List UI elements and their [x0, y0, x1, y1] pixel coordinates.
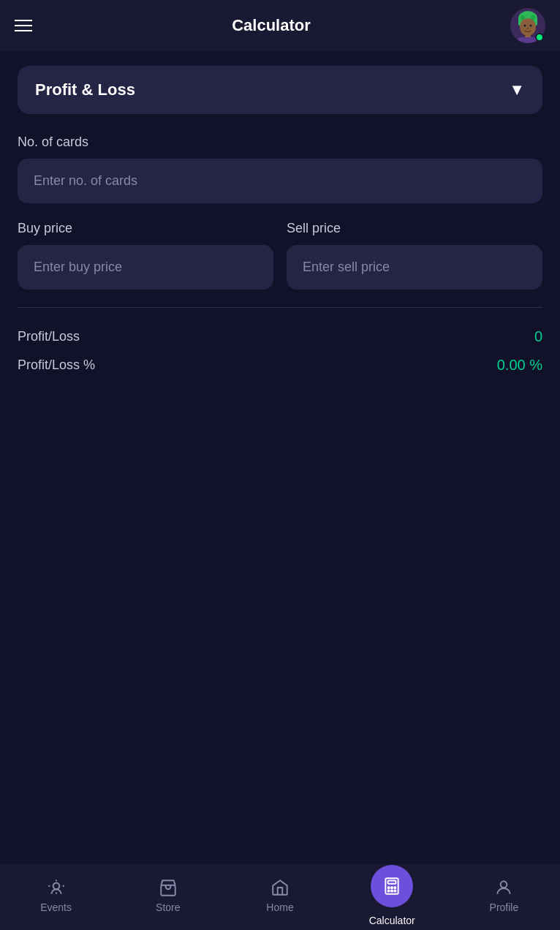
home-label: Home: [266, 901, 293, 913]
divider: [18, 307, 542, 308]
sell-price-col: Sell price: [287, 221, 542, 290]
bottom-nav: Events Store Home: [0, 864, 560, 930]
header: Calculator: [0, 0, 560, 51]
avatar-container[interactable]: [510, 8, 545, 43]
events-label: Events: [40, 901, 72, 913]
svg-point-5: [520, 18, 536, 36]
svg-point-19: [391, 890, 393, 891]
no-of-cards-section: No. of cards: [18, 135, 542, 203]
profit-loss-pct-row: Profit/Loss % 0.00 %: [18, 351, 542, 379]
no-of-cards-input[interactable]: [18, 159, 542, 203]
dropdown-label: Profit & Loss: [35, 80, 135, 99]
price-row: Buy price Sell price: [18, 221, 542, 290]
svg-point-8: [527, 28, 529, 29]
home-icon: [270, 878, 290, 897]
svg-point-6: [524, 25, 526, 27]
profile-icon: [494, 878, 513, 897]
profit-loss-dropdown[interactable]: Profit & Loss ▼: [18, 66, 542, 114]
nav-calculator[interactable]: Calculator: [336, 865, 448, 926]
profit-loss-value: 0: [534, 328, 542, 345]
svg-point-21: [501, 881, 507, 888]
calculator-label: Calculator: [369, 915, 415, 926]
buy-price-input[interactable]: [18, 245, 273, 290]
profit-loss-row: Profit/Loss 0: [18, 322, 542, 351]
svg-rect-14: [388, 880, 396, 883]
nav-home[interactable]: Home: [224, 878, 336, 913]
hamburger-menu-button[interactable]: [15, 20, 32, 31]
profile-label: Profile: [490, 901, 519, 913]
calculator-icon: [382, 877, 401, 896]
svg-point-20: [394, 890, 396, 891]
svg-point-11: [53, 883, 59, 890]
main-content: Profit & Loss ▼ No. of cards Buy price S…: [0, 51, 560, 453]
sell-price-input[interactable]: [287, 245, 542, 290]
events-icon: [47, 878, 66, 897]
profit-loss-label: Profit/Loss: [18, 329, 80, 344]
svg-point-18: [388, 890, 390, 891]
buy-price-col: Buy price: [18, 221, 273, 290]
svg-point-15: [388, 887, 390, 888]
calculator-circle: [371, 865, 413, 907]
online-status-dot: [535, 33, 544, 42]
svg-rect-12: [161, 885, 175, 896]
buy-price-label: Buy price: [18, 221, 273, 236]
page-title: Calculator: [232, 16, 311, 35]
store-icon: [159, 878, 178, 897]
profit-loss-pct-label: Profit/Loss %: [18, 358, 95, 373]
nav-events[interactable]: Events: [0, 878, 112, 913]
chevron-down-icon: ▼: [509, 80, 525, 99]
store-label: Store: [156, 901, 180, 913]
sell-price-label: Sell price: [287, 221, 542, 236]
profit-loss-pct-value: 0.00 %: [497, 357, 542, 374]
nav-profile[interactable]: Profile: [448, 878, 560, 913]
nav-store[interactable]: Store: [112, 878, 224, 913]
svg-point-7: [530, 25, 532, 27]
svg-point-16: [391, 887, 393, 888]
no-of-cards-label: No. of cards: [18, 135, 542, 150]
svg-point-17: [394, 887, 396, 888]
